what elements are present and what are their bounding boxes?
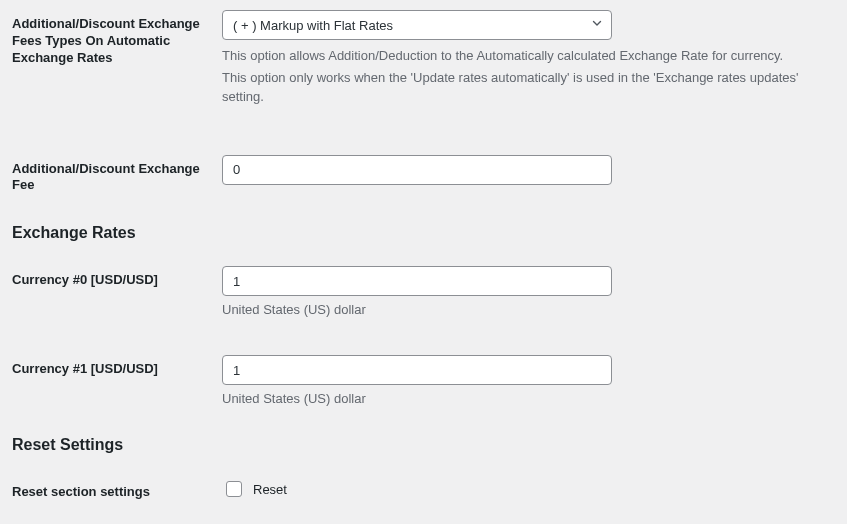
fees-type-help-2: This option only works when the 'Update …	[222, 68, 827, 107]
reset-checkbox-label: Reset	[253, 482, 287, 497]
reset-label: Reset section settings	[12, 478, 222, 501]
currency-1-input[interactable]	[222, 355, 612, 385]
fees-type-help-1: This option allows Addition/Deduction to…	[222, 46, 827, 66]
currency-1-sub: United States (US) dollar	[222, 391, 827, 406]
fee-input[interactable]	[222, 155, 612, 185]
currency-0-sub: United States (US) dollar	[222, 302, 827, 317]
currency-0-input[interactable]	[222, 266, 612, 296]
currency-1-label: Currency #1 [USD/USD]	[12, 355, 222, 378]
fees-type-label: Additional/Discount Exchange Fees Types …	[12, 10, 222, 67]
exchange-rates-heading: Exchange Rates	[12, 224, 827, 242]
fees-type-select[interactable]: ( + ) Markup with Flat Rates	[222, 10, 612, 40]
currency-0-label: Currency #0 [USD/USD]	[12, 266, 222, 289]
fee-label: Additional/Discount Exchange Fee	[12, 155, 222, 195]
reset-settings-heading: Reset Settings	[12, 436, 827, 454]
reset-checkbox[interactable]	[226, 481, 242, 497]
